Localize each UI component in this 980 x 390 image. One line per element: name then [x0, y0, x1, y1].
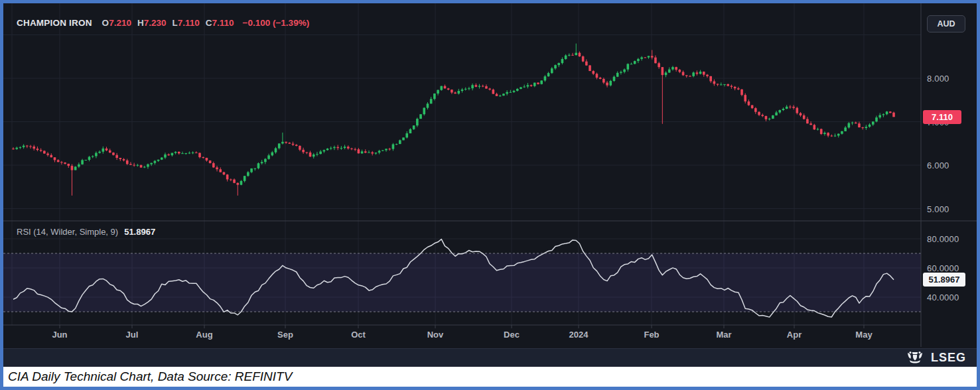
- symbol-name: CHAMPION IRON: [17, 18, 92, 28]
- month-label: Oct: [351, 330, 366, 340]
- time-axis[interactable]: JunJulAugSepOctNovDec2024FebMarAprMay: [3, 325, 922, 348]
- high-value: H7.230: [137, 18, 167, 28]
- rsi-value-badge: 51.8967: [923, 273, 965, 287]
- close-value: C7.110: [206, 18, 234, 28]
- axis-tick-label: 8.000: [927, 74, 949, 84]
- axis-tick-label: 60.0000: [927, 263, 959, 273]
- currency-button[interactable]: AUD: [927, 15, 965, 32]
- brand-strip: LSEG: [3, 348, 977, 367]
- price-axis[interactable]: 7.110 51.8967 8.0007.0006.0005.00080.000…: [922, 3, 977, 348]
- month-label: Apr: [787, 330, 802, 340]
- rsi-value: 51.8967: [124, 227, 155, 237]
- low-value: L7.110: [172, 18, 199, 28]
- month-label: Mar: [716, 330, 731, 340]
- axis-tick-label: 40.0000: [927, 292, 959, 302]
- month-label: Aug: [196, 330, 212, 340]
- change-value: −0.100 (−1.39%): [243, 18, 310, 28]
- chart-svg[interactable]: [3, 3, 977, 348]
- axis-tick-label: 5.000: [927, 204, 949, 214]
- rsi-label: RSI (14, Wilder, Simple, 9): [17, 227, 118, 237]
- candles-group: [12, 44, 895, 196]
- month-label: Nov: [427, 330, 444, 340]
- chart-canvas[interactable]: CHAMPION IRON O7.210 H7.230 L7.110 C7.11…: [3, 3, 977, 348]
- month-label: 2024: [569, 330, 589, 340]
- axis-tick-label: 6.000: [927, 161, 949, 170]
- rsi-legend: RSI (14, Wilder, Simple, 9) 51.8967: [17, 227, 155, 237]
- caption-bar: CIA Daily Technical Chart, Data Source: …: [3, 367, 977, 387]
- lseg-crest-icon: [904, 350, 926, 366]
- caption-text: CIA Daily Technical Chart, Data Source: …: [8, 369, 292, 384]
- month-label: Jul: [126, 330, 139, 340]
- chart-window: CHAMPION IRON O7.210 H7.230 L7.110 C7.11…: [0, 0, 980, 390]
- month-label: Sep: [277, 330, 293, 340]
- month-label: May: [855, 330, 872, 340]
- ohlc-legend: CHAMPION IRON O7.210 H7.230 L7.110 C7.11…: [17, 18, 309, 28]
- month-label: Jun: [52, 330, 67, 340]
- brand-name: LSEG: [931, 351, 966, 365]
- month-label: Dec: [504, 330, 520, 340]
- open-value: O7.210: [102, 18, 131, 28]
- month-label: Feb: [644, 330, 659, 340]
- last-price-badge: 7.110: [923, 110, 961, 124]
- axis-tick-label: 80.0000: [927, 234, 959, 244]
